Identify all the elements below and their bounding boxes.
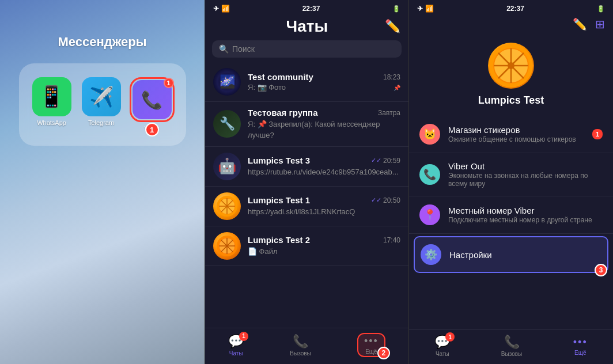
chat-avatar-lumpics1 xyxy=(213,192,241,220)
chat-info-group: Тестовая группа Завтра Я: 📌 Закрепил(а):… xyxy=(248,108,400,141)
step-badge-3: 3 xyxy=(595,264,607,276)
bottom-nav-chats: 💬 1 Чаты 📞 Вызовы ••• Ещё 2 xyxy=(205,328,408,364)
chat-avatar-community: 🌌 xyxy=(213,68,241,96)
cat-icon: 🐱 xyxy=(423,128,436,141)
app-item-telegram[interactable]: ✈️ Telegram xyxy=(80,77,123,132)
pencil-icon[interactable]: ✏️ xyxy=(573,17,587,31)
qr-icon[interactable]: ⊞ xyxy=(595,17,605,31)
settings-text: Настройки xyxy=(449,250,601,260)
chat-time-lumpics3: ✓✓ 20:59 xyxy=(371,157,400,165)
status-airplane: ✈ 📶 xyxy=(213,5,230,13)
chat-avatar-group: 🔧 xyxy=(213,110,241,138)
chat-info-lumpics1: Lumpics Test 1 ✓✓ 20:50 https://yadi.sk/… xyxy=(248,195,400,217)
chat-time-lumpics2: 17:40 xyxy=(383,236,400,244)
menu-item-settings-highlighted[interactable]: ⚙️ Настройки 3 xyxy=(414,236,608,273)
whatsapp-label: WhatsApp xyxy=(37,119,66,126)
compose-icon[interactable]: ✏️ xyxy=(385,19,400,34)
profile-name: Lumpics Test xyxy=(478,94,544,107)
app-folder: 📱 WhatsApp ✈️ Telegram 📞 1 Viber 1 xyxy=(19,63,186,146)
chat-avatar-lumpics2 xyxy=(213,232,241,260)
profile-section: Lumpics Test xyxy=(409,31,613,116)
search-placeholder: Поиск xyxy=(232,44,255,54)
settings-gear-icon: ⚙️ xyxy=(425,248,437,261)
telegram-icon: ✈️ xyxy=(82,77,121,116)
nav-more-calls[interactable]: 📞 Вызовы xyxy=(501,335,522,357)
panel-more: ✈ 📶 22:37 🔋 ✏️ ⊞ Lumpics Test xyxy=(409,0,613,364)
chat-list: 🌌 Test community 18:23 Я: 📷 Фото 📌 🔧 xyxy=(205,62,408,328)
local-icon: 📍 xyxy=(423,208,436,221)
chat-item-test-group[interactable]: 🔧 Тестовая группа Завтра Я: 📌 Закрепил(а… xyxy=(205,102,408,147)
chat-name-group: Тестовая группа xyxy=(248,108,318,117)
chat-info-lumpics2: Lumpics Test 2 17:40 📄 Файл xyxy=(248,235,400,256)
orange-icon-1 xyxy=(215,195,239,218)
orange-profile-icon xyxy=(488,43,534,89)
search-bar[interactable]: 🔍 Поиск xyxy=(212,40,402,58)
viber-out-text: Viber Out Экономьте на звонках на любые … xyxy=(448,161,603,188)
nav-chats[interactable]: 💬 1 Чаты xyxy=(228,334,244,357)
menu-item-viber-out[interactable]: 📞 Viber Out Экономьте на звонках на любы… xyxy=(409,153,613,196)
chat-preview-lumpics1: https://yadi.sk/i/l8s1JLRNKrtacQ xyxy=(248,207,355,216)
nav-calls[interactable]: 📞 Вызовы xyxy=(290,334,311,357)
chat-time-lumpics1: ✓✓ 20:50 xyxy=(371,196,400,204)
chat-item-lumpics3[interactable]: 🤖 Lumpics Test 3 ✓✓ 20:59 https://rutube… xyxy=(205,147,408,187)
chat-item-lumpics1[interactable]: Lumpics Test 1 ✓✓ 20:50 https://yadi.sk/… xyxy=(205,187,408,226)
viber-out-title: Viber Out xyxy=(448,161,603,171)
stickers-text: Магазин стикеров Оживите общение с помощ… xyxy=(448,125,584,143)
app-item-viber[interactable]: 📞 1 Viber 1 xyxy=(130,77,175,132)
status-airplane-more: ✈ 📶 xyxy=(417,5,434,13)
chat-preview-lumpics3: https://rutube.ru/video/e24c9b957a109cea… xyxy=(248,168,399,176)
more-chats-badge: 1 xyxy=(445,332,455,342)
telegram-label: Telegram xyxy=(88,119,114,126)
more-calls-label: Вызовы xyxy=(501,351,522,357)
status-battery-chats: 🔋 xyxy=(392,5,400,13)
status-battery-more: 🔋 xyxy=(597,5,605,13)
menu-item-local-number[interactable]: 📍 Местный номер Viber Подключите местный… xyxy=(409,196,613,234)
more-nav-icon: ••• xyxy=(364,335,379,347)
nav-more-more[interactable]: ••• Ещё xyxy=(573,336,588,356)
pin-icon: 📌 xyxy=(393,85,400,91)
chat-preview-group: Я: 📌 Закрепил(а): Какой мессенджер лучше… xyxy=(248,120,380,139)
folder-title: Мессенджеры xyxy=(58,35,147,50)
chat-name-lumpics1: Lumpics Test 1 xyxy=(248,195,310,205)
nav-more-highlighted[interactable]: ••• Ещё 2 xyxy=(357,333,385,357)
viber-badge: 1 xyxy=(164,78,174,88)
local-number-title: Местный номер Viber xyxy=(448,206,603,215)
status-bar-more: ✈ 📶 22:37 🔋 xyxy=(409,0,613,15)
chat-preview-lumpics2: 📄 Файл xyxy=(248,247,278,256)
chat-name-community: Test community xyxy=(248,72,313,82)
more-chats-label: Чаты xyxy=(436,351,449,357)
settings-title: Настройки xyxy=(449,250,601,260)
bottom-nav-more: 💬 1 Чаты 📞 Вызовы ••• Ещё xyxy=(409,329,613,364)
svg-point-18 xyxy=(508,62,514,69)
panel-home: Мессенджеры 📱 WhatsApp ✈️ Telegram 📞 1 V… xyxy=(0,0,205,364)
status-time-chats: 22:37 xyxy=(302,5,320,13)
chat-info-community: Test community 18:23 Я: 📷 Фото 📌 xyxy=(248,72,400,92)
chat-info-lumpics3: Lumpics Test 3 ✓✓ 20:59 https://rutube.r… xyxy=(248,156,400,177)
more-more-icon: ••• xyxy=(573,336,588,348)
local-number-subtitle: Подключите местный номер в другой стране xyxy=(448,216,603,224)
more-nav-label: Ещё xyxy=(365,348,377,355)
stickers-icon-wrapper: 🐱 xyxy=(419,124,440,145)
orange-icon-2 xyxy=(215,234,239,257)
panel-chats: ✈ 📶 22:37 🔋 Чаты ✏️ 🔍 Поиск 🌌 Test commu… xyxy=(205,0,409,364)
more-more-label: Ещё xyxy=(574,350,586,356)
profile-avatar xyxy=(488,43,534,89)
chat-time-group: Завтра xyxy=(378,109,400,117)
calls-nav-icon: 📞 xyxy=(293,334,308,349)
step-badge-1: 1 xyxy=(145,123,159,136)
chat-name-lumpics2: Lumpics Test 2 xyxy=(248,235,310,245)
nav-more-chats[interactable]: 💬 1 Чаты xyxy=(434,335,450,357)
local-icon-wrapper: 📍 xyxy=(419,204,440,225)
menu-item-stickers[interactable]: 🐱 Магазин стикеров Оживите общение с пом… xyxy=(409,116,613,153)
phone-icon: 📞 xyxy=(423,168,436,181)
chat-item-test-community[interactable]: 🌌 Test community 18:23 Я: 📷 Фото 📌 xyxy=(205,62,408,102)
search-icon: 🔍 xyxy=(219,44,229,54)
chats-header: Чаты ✏️ xyxy=(205,15,408,40)
chat-preview-community: Я: 📷 Фото xyxy=(248,83,286,92)
viber-highlight-border: 📞 1 xyxy=(130,77,175,122)
settings-icon-wrapper: ⚙️ xyxy=(421,244,441,265)
viber-out-subtitle: Экономьте на звонках на любые номера по … xyxy=(448,172,603,188)
chat-item-lumpics2[interactable]: Lumpics Test 2 17:40 📄 Файл xyxy=(205,226,408,266)
chat-name-lumpics3: Lumpics Test 3 xyxy=(248,156,310,165)
app-item-whatsapp[interactable]: 📱 WhatsApp xyxy=(31,77,73,132)
